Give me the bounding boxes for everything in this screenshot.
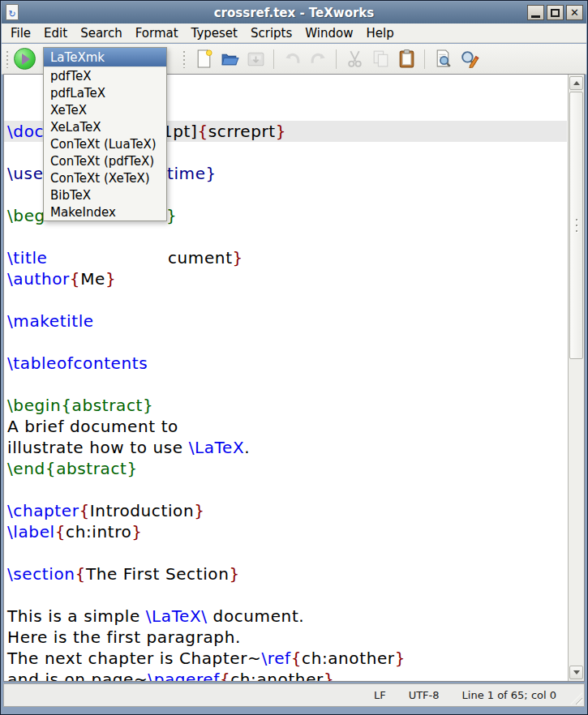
code-segment: The next chapter is Chapter~: [7, 649, 261, 668]
code-line: [4, 226, 567, 247]
code-line: This is a simple \LaTeX\ document.: [4, 606, 567, 627]
line-ending-indicator: LF: [374, 689, 386, 701]
thumb-grip-icon: [576, 225, 577, 226]
statusbar: LF UTF-8 Line 1 of 65; col 0: [3, 683, 585, 707]
code-segment: \label: [7, 522, 55, 542]
menu-search[interactable]: Search: [74, 24, 129, 42]
typeset-option[interactable]: BibTeX: [44, 186, 166, 203]
code-segment: }: [276, 122, 286, 141]
code-line: \tableofcontents: [4, 353, 567, 374]
code-line: \section{The First Section}: [4, 563, 567, 584]
typeset-option[interactable]: XeTeX: [44, 101, 166, 118]
find-button[interactable]: [430, 46, 456, 72]
menu-scripts[interactable]: Scripts: [244, 24, 298, 42]
code-line: [4, 479, 567, 500]
code-segment: ch:another: [302, 649, 395, 668]
scroll-down-button[interactable]: [569, 666, 583, 679]
code-segment: .: [334, 670, 340, 681]
typeset-option[interactable]: ConTeXt (LuaTeX): [44, 135, 166, 152]
code-line: \maketitle: [4, 310, 567, 332]
find-icon: [433, 49, 453, 69]
minimize-button[interactable]: [527, 5, 544, 20]
code-segment: illustrate how to use: [7, 438, 189, 457]
code-line: \begin{abstract}: [4, 395, 567, 416]
code-segment: {: [75, 564, 86, 584]
code-segment: \maketitle: [7, 311, 94, 331]
code-segment: {: [79, 501, 90, 520]
menu-edit[interactable]: Edit: [37, 24, 74, 42]
code-segment: {: [55, 522, 66, 542]
code-line: [4, 332, 567, 353]
find-replace-button[interactable]: [456, 46, 482, 72]
menubar: FileEditSearchFormatTypesetScriptsWindow…: [2, 24, 586, 43]
code-segment: {: [70, 269, 80, 289]
play-icon: [22, 54, 30, 65]
code-segment: ch:another: [230, 670, 324, 681]
code-segment: \tableofcontents: [7, 353, 148, 373]
code-line: Here is the first paragraph.: [4, 627, 567, 648]
cut-button[interactable]: [341, 46, 367, 72]
menu-file[interactable]: File: [4, 24, 37, 42]
typeset-option[interactable]: XeLaTeX: [44, 118, 166, 135]
cursor-position-indicator: Line 1 of 65; col 0: [462, 689, 556, 701]
typeset-option[interactable]: pdfLaTeX: [44, 84, 166, 101]
code-segment: }: [166, 206, 177, 225]
typeset-option[interactable]: ConTeXt (XeTeX): [44, 169, 166, 186]
code-line: \end{abstract}: [4, 458, 567, 479]
save-button[interactable]: [242, 46, 268, 72]
minimize-icon: [531, 15, 540, 18]
cut-scissors-icon: [345, 49, 365, 69]
code-segment: }: [229, 564, 239, 584]
redo-button[interactable]: [305, 46, 331, 72]
menu-typeset[interactable]: Typeset: [185, 24, 244, 42]
code-line: [4, 542, 567, 563]
code-segment: }: [105, 269, 116, 289]
save-icon: [246, 49, 266, 69]
code-segment: \ref: [261, 649, 290, 668]
typeset-option-selected[interactable]: LaTeXmk: [44, 48, 166, 67]
code-line: The next chapter is Chapter~\ref{ch:anot…: [4, 648, 567, 669]
menu-window[interactable]: Window: [298, 24, 359, 42]
new-document-button[interactable]: [191, 46, 217, 72]
scroll-up-button[interactable]: [569, 76, 583, 90]
toolbar-separator: [273, 49, 274, 69]
undo-button[interactable]: [279, 46, 305, 72]
paste-button[interactable]: [393, 46, 419, 72]
code-line: [4, 374, 567, 395]
scrollbar-thumb[interactable]: [569, 92, 583, 359]
resize-grip[interactable]: [570, 692, 582, 704]
code-segment: \LaTeX: [189, 438, 245, 457]
maximize-button[interactable]: [547, 5, 564, 20]
typeset-option[interactable]: MakeIndex: [44, 203, 166, 220]
typeset-option[interactable]: pdfTeX: [44, 67, 166, 84]
menu-format[interactable]: Format: [129, 24, 185, 42]
code-segment: {: [220, 670, 230, 681]
toolbar-separator: [424, 49, 425, 69]
arrow-up-icon: [573, 81, 580, 85]
undo-icon: [282, 49, 303, 69]
copy-button[interactable]: [367, 46, 393, 72]
typeset-play-button[interactable]: [14, 48, 36, 70]
typeset-popup-list: pdfTeXpdfLaTeXXeTeXXeLaTeXConTeXt (LuaTe…: [44, 67, 166, 220]
vertical-scrollbar[interactable]: [568, 75, 584, 681]
toolbar-drag-handle[interactable]: [6, 50, 9, 68]
titlebar: ↻ crossref.tex - TeXworks ✕: [2, 2, 586, 24]
arrow-down-icon: [573, 670, 580, 674]
menu-help[interactable]: Help: [359, 24, 400, 42]
code-segment: }: [395, 649, 406, 668]
code-line: \author{Me}: [4, 268, 567, 289]
code-segment: .: [244, 438, 250, 457]
code-segment: Introduction: [90, 501, 194, 520]
close-button[interactable]: ✕: [566, 5, 583, 20]
code-segment: \pageref: [148, 670, 220, 681]
code-segment: Here is the first paragraph.: [7, 627, 241, 647]
code-segment: A brief document to: [7, 417, 178, 436]
typeset-option[interactable]: ConTeXt (pdfTeX): [44, 152, 166, 169]
code-segment: \author: [7, 269, 70, 289]
paste-clipboard-icon: [397, 49, 417, 69]
toolbar2-drag-handle[interactable]: [182, 50, 186, 68]
code-segment-after-popup: }: [166, 205, 177, 226]
open-button[interactable]: [217, 46, 242, 72]
find-replace-icon: [459, 49, 479, 69]
code-segment: document.: [208, 606, 305, 626]
